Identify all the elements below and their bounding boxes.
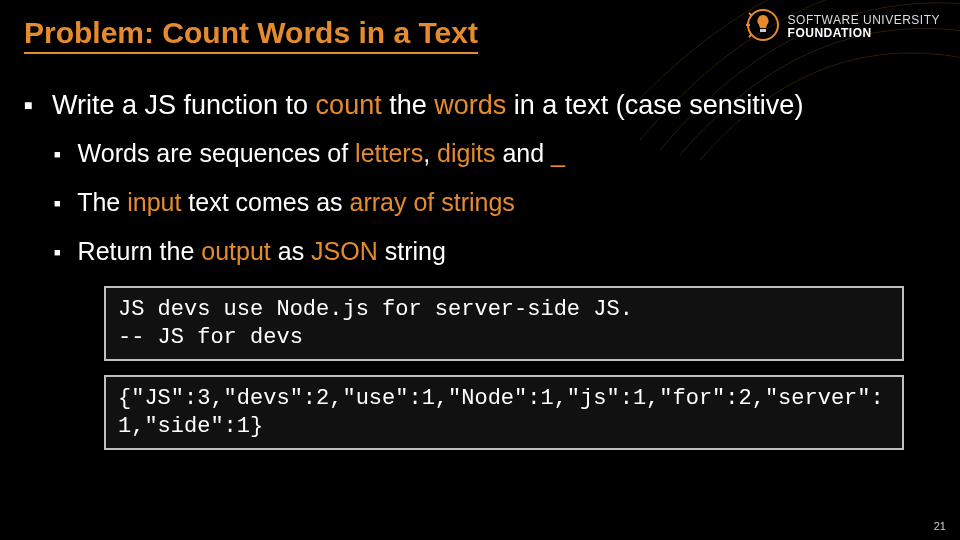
text: Return the bbox=[78, 237, 202, 265]
text: in a text (case sensitive) bbox=[506, 90, 803, 120]
lightbulb-icon bbox=[746, 8, 780, 46]
text: , bbox=[423, 139, 437, 167]
text: as bbox=[271, 237, 311, 265]
bullet-sub-2: The input text comes as array of strings bbox=[54, 188, 936, 217]
svg-line-3 bbox=[749, 13, 752, 16]
highlight: input bbox=[127, 188, 181, 216]
code-output: {"JS":3,"devs":2,"use":1,"Node":1,"js":1… bbox=[104, 375, 904, 450]
code-input: JS devs use Node.js for server-side JS. … bbox=[104, 286, 904, 361]
highlight: JSON bbox=[311, 237, 378, 265]
text: the bbox=[382, 90, 435, 120]
bullet-main: Write a JS function to count the words i… bbox=[24, 90, 936, 121]
slide-content: Write a JS function to count the words i… bbox=[24, 90, 936, 464]
highlight: array of strings bbox=[350, 188, 515, 216]
page-number: 21 bbox=[934, 520, 946, 532]
highlight: digits bbox=[437, 139, 495, 167]
highlight: words bbox=[434, 90, 506, 120]
highlight: count bbox=[316, 90, 382, 120]
highlight: letters bbox=[355, 139, 423, 167]
brand-logo: SOFTWARE UNIVERSITY FOUNDATION bbox=[746, 8, 940, 46]
bullet-sub-1: Words are sequences of letters, digits a… bbox=[54, 139, 936, 168]
svg-rect-1 bbox=[760, 29, 766, 32]
text: Words are sequences of bbox=[78, 139, 355, 167]
svg-line-4 bbox=[749, 34, 752, 37]
text: The bbox=[77, 188, 127, 216]
slide-title: Problem: Count Words in a Text bbox=[24, 16, 478, 54]
text: Write a JS function to bbox=[52, 90, 316, 120]
highlight: output bbox=[201, 237, 271, 265]
logo-line2: FOUNDATION bbox=[788, 27, 940, 40]
bullet-sub-3: Return the output as JSON string bbox=[54, 237, 936, 266]
highlight: _ bbox=[551, 139, 565, 167]
text: string bbox=[378, 237, 446, 265]
text: text comes as bbox=[181, 188, 349, 216]
text: and bbox=[495, 139, 551, 167]
